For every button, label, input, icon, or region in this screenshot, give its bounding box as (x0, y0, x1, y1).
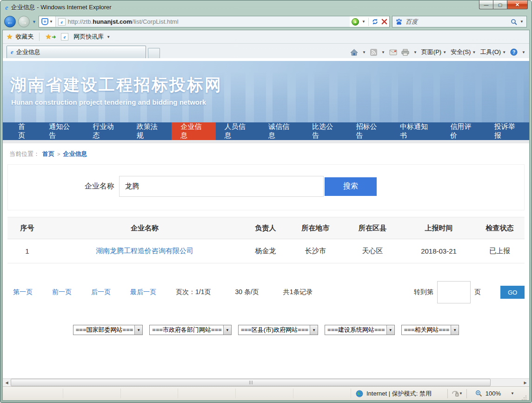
scroll-left-arrow[interactable]: ◀ (3, 379, 11, 386)
nav-item-complaints[interactable]: 投诉举报 (485, 122, 529, 140)
go-button[interactable]: GO (500, 286, 525, 299)
first-page-link[interactable]: 第一页 (13, 288, 33, 296)
feeds-page-icon: e (61, 33, 68, 40)
prev-page-link[interactable]: 前一页 (52, 288, 72, 296)
nav-item-policy[interactable]: 政策法规 (128, 122, 172, 140)
divider (39, 33, 40, 41)
forward-button[interactable]: → (18, 16, 30, 27)
col-corp-name: 企业名称 (47, 217, 242, 239)
zoom-control[interactable]: 100% ▼ (471, 390, 519, 397)
back-button[interactable]: ← (4, 16, 16, 27)
search-button[interactable]: 搜索 (325, 177, 377, 196)
chevron-down-icon[interactable]: ▼ (106, 35, 110, 39)
page-content: 湖南省建设工程招标投标网 Hunan construction project … (3, 58, 529, 378)
address-bar[interactable]: + ▼ e http://ztb.hunanjst.com/list/CorpL… (39, 16, 390, 27)
nav-item-home[interactable]: 首页 (9, 122, 40, 140)
home-icon[interactable] (350, 49, 358, 56)
new-tab-button[interactable] (148, 48, 160, 58)
safety-menu[interactable]: 安全(S)▼ (451, 48, 476, 56)
cell-check-status: 已上报 (475, 239, 525, 263)
search-engine-label: 百度 (406, 18, 508, 26)
nav-item-credit-eval[interactable]: 信用评价 (441, 122, 485, 140)
protected-mode-icon[interactable] (452, 390, 459, 397)
print-icon[interactable] (401, 49, 409, 56)
breadcrumb: 当前位置： 首页 > 企业信息 (9, 150, 529, 158)
addon-dropdown[interactable]: ▼ (362, 20, 366, 24)
nav-item-industry[interactable]: 行业动态 (84, 122, 128, 140)
tools-menu[interactable]: 工具(O)▼ (480, 48, 506, 56)
help-dropdown[interactable]: ▼ (522, 50, 525, 54)
print-dropdown[interactable]: ▼ (413, 50, 417, 54)
horizontal-scrollbar[interactable]: ◀ ▶ (3, 378, 529, 386)
cell-county: 天心区 (342, 239, 403, 263)
chevron-down-icon: ▼ (49, 20, 53, 24)
breadcrumb-home-link[interactable]: 首页 (42, 150, 54, 158)
site-banner: 湖南省建设工程招标投标网 Hunan construction project … (3, 61, 529, 122)
nav-item-corp-info[interactable]: 企业信息 (172, 122, 215, 140)
add-favorite-icon[interactable]: ★ (45, 33, 51, 41)
stop-button[interactable] (381, 19, 387, 25)
zoom-dropdown: ▼ (511, 391, 514, 396)
addon-icon[interactable]: + (352, 18, 359, 26)
divider (447, 389, 448, 398)
nav-item-tender[interactable]: 招标公告 (347, 122, 391, 140)
ie-logo-icon: e (5, 4, 8, 12)
history-dropdown[interactable]: ▼ (32, 20, 36, 24)
scrollbar-track[interactable] (11, 379, 521, 386)
home-dropdown[interactable]: ▼ (362, 50, 366, 54)
corp-name-link[interactable]: 湖南龙腾工程造价咨询有限公司 (96, 247, 193, 255)
web-slices-button[interactable]: 网页快讯库 (73, 33, 104, 41)
magnifier-icon[interactable] (511, 19, 517, 25)
next-page-link[interactable]: 后一页 (91, 288, 111, 296)
help-icon[interactable]: ? (510, 48, 518, 56)
url-text[interactable]: http://ztb.hunanjst.com/list/CorpList.ht… (68, 18, 350, 25)
search-bar[interactable]: 百度 ▼ (392, 16, 527, 27)
svg-text:?: ? (512, 50, 515, 55)
feed-dropdown[interactable]: ▼ (381, 50, 385, 54)
protected-mode-dropdown[interactable]: ▼ (459, 391, 463, 396)
minimize-button[interactable]: — (479, 0, 493, 9)
per-page-info: 30 条/页 (235, 288, 259, 296)
col-report-date: 上报时间 (403, 217, 475, 239)
footer-link-selects: ===国家部委网站===▼ ===市政府各部门网站===▼ ===区县(市)政府… (3, 325, 529, 335)
chevron-down-icon: ▼ (223, 325, 231, 335)
nav-item-award-notice[interactable]: 中标通知书 (391, 122, 441, 140)
nav-underline-strip (3, 140, 529, 143)
favorites-button[interactable]: 收藏夹 (15, 33, 33, 41)
compatibility-view-button[interactable]: + ▼ (39, 16, 56, 27)
nav-item-credit-info[interactable]: 诚信信息 (259, 122, 303, 140)
goto-page-input[interactable] (437, 281, 471, 303)
select-construction-sites[interactable]: ===建设系统网站===▼ (325, 325, 395, 335)
table-row: 1 湖南龙腾工程造价咨询有限公司 杨金龙 长沙市 天心区 2018-03-21 … (7, 239, 525, 263)
favorites-bar: ★ 收藏夹 ★ ➜ e 网页快讯库 ▼ (3, 30, 529, 44)
mail-icon[interactable] (389, 49, 397, 55)
select-county-gov-sites[interactable]: ===区县(市)政府网站===▼ (238, 325, 318, 335)
rss-feed-icon[interactable] (370, 49, 377, 56)
breadcrumb-current[interactable]: 企业信息 (63, 150, 87, 158)
resize-grip[interactable] (521, 395, 526, 400)
search-dropdown[interactable]: ▼ (520, 20, 524, 24)
corp-name-input[interactable] (119, 176, 324, 197)
select-national-sites[interactable]: ===国家部委网站===▼ (73, 325, 143, 335)
pagination: 第一页 前一页 后一页 最后一页 页次：1/1页 30 条/页 共1条记录 转到… (13, 281, 525, 303)
page-menu[interactable]: 页面(P)▼ (421, 48, 446, 56)
nav-item-notices[interactable]: 通知公告 (40, 122, 84, 140)
chevron-down-icon: ▼ (386, 325, 394, 335)
refresh-button[interactable] (372, 18, 379, 25)
maximize-button[interactable]: ▢ (493, 0, 507, 9)
search-panel: 企业名称 搜索 (7, 164, 525, 210)
corp-name-label: 企业名称 (85, 181, 114, 191)
nav-item-comparison[interactable]: 比选公告 (303, 122, 347, 140)
tab-active[interactable]: e 企业信息 (7, 46, 146, 58)
chevron-down-icon: ▼ (451, 325, 459, 335)
close-button[interactable]: ✕ (507, 0, 528, 9)
globe-icon (356, 390, 363, 397)
cell-city: 长沙市 (289, 239, 342, 263)
select-city-gov-sites[interactable]: ===市政府各部门网站===▼ (149, 325, 232, 335)
select-related-sites[interactable]: ===相关网站===▼ (401, 325, 459, 335)
last-page-link[interactable]: 最后一页 (130, 288, 156, 296)
nav-item-personnel[interactable]: 人员信息 (216, 122, 259, 140)
scroll-right-arrow[interactable]: ▶ (521, 379, 529, 386)
site-subtitle: Hunan construction project tendering and… (11, 98, 206, 106)
scrollbar-thumb[interactable] (11, 379, 491, 386)
